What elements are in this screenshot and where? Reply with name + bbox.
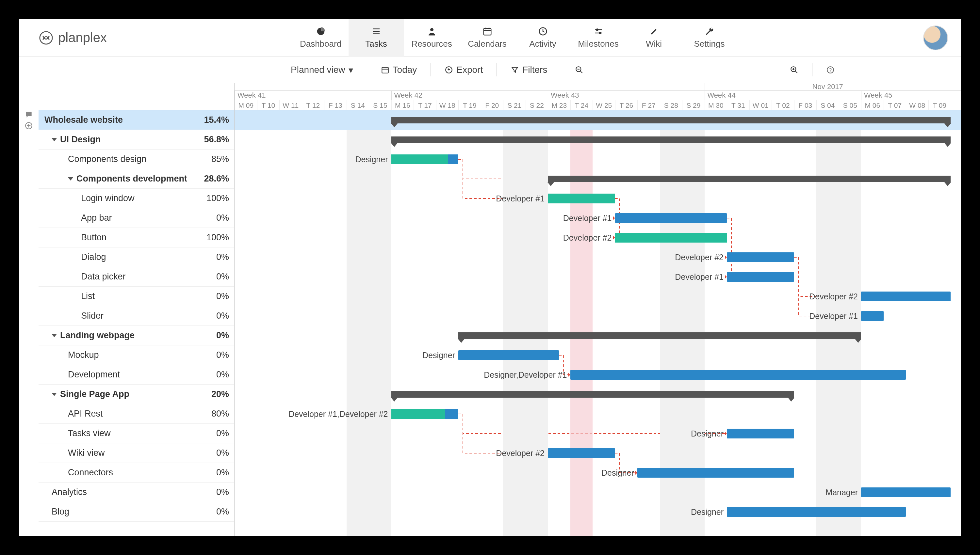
filters-button[interactable]: Filters — [507, 63, 551, 77]
add-icon[interactable] — [24, 122, 33, 130]
task-row-wikiview[interactable]: Wiki view 0% — [39, 443, 234, 463]
task-row-login[interactable]: Login window 100% — [39, 189, 234, 208]
nav-settings[interactable]: Settings — [682, 19, 737, 57]
gantt-timeline[interactable]: Nov 2017 Week 41Week 42Week 43Week 44Wee… — [235, 83, 961, 536]
gantt-row[interactable]: Developer #2 — [235, 287, 961, 306]
task-bar[interactable] — [727, 507, 906, 517]
task-bar[interactable] — [861, 311, 884, 321]
brand[interactable]: planplex — [39, 30, 107, 45]
gantt-row[interactable]: Developer #1 — [235, 267, 961, 287]
avatar[interactable] — [923, 26, 948, 50]
list-icon — [371, 26, 381, 36]
task-bar[interactable] — [391, 409, 459, 419]
nav-resources[interactable]: Resources — [404, 19, 459, 57]
nav-dashboard[interactable]: Dashboard — [293, 19, 349, 57]
gantt-row[interactable] — [235, 169, 961, 189]
task-name: Analytics — [51, 487, 87, 497]
nav-activity[interactable]: Activity — [515, 19, 571, 57]
task-row-blog[interactable]: Blog 0% — [39, 502, 234, 522]
task-row-devland[interactable]: Development 0% — [39, 365, 234, 385]
gantt-row[interactable]: Developer #2 — [235, 228, 961, 247]
nav-tasks[interactable]: Tasks — [349, 19, 404, 57]
task-bar[interactable] — [458, 350, 559, 360]
task-bar[interactable] — [727, 272, 794, 282]
task-row-button[interactable]: Button 100% — [39, 228, 234, 247]
day-label: T 12 — [302, 100, 325, 110]
caret-down-icon[interactable] — [51, 393, 57, 396]
day-label: T 26 — [615, 100, 638, 110]
gantt-row[interactable]: Developer #2 — [235, 443, 961, 463]
today-button[interactable]: Today — [377, 63, 421, 77]
gantt-row[interactable] — [235, 130, 961, 149]
task-row-mockup[interactable]: Mockup 0% — [39, 345, 234, 365]
summary-bar[interactable] — [458, 332, 861, 339]
task-row-analytics[interactable]: Analytics 0% — [39, 483, 234, 502]
task-bar[interactable] — [391, 154, 459, 164]
task-bar[interactable] — [861, 292, 951, 302]
task-bar[interactable] — [637, 468, 794, 478]
gantt-row[interactable]: Developer #1 — [235, 189, 961, 208]
day-label: F 13 — [324, 100, 347, 110]
task-bar[interactable] — [615, 213, 727, 223]
summary-bar[interactable] — [391, 117, 951, 124]
task-row-appbar[interactable]: App bar 0% — [39, 208, 234, 228]
task-row-tasksview[interactable]: Tasks view 0% — [39, 424, 234, 443]
task-row-compdes[interactable]: Components design 85% — [39, 149, 234, 169]
gantt-row[interactable]: Designer — [235, 345, 961, 365]
task-bar[interactable] — [861, 488, 951, 497]
task-row-spa[interactable]: Single Page App 20% — [39, 385, 234, 404]
gantt-row[interactable]: Designer — [235, 463, 961, 483]
task-row-datapick[interactable]: Data picker 0% — [39, 267, 234, 287]
gantt-row[interactable]: Designer — [235, 502, 961, 522]
gantt-row[interactable] — [235, 110, 961, 130]
svg-line-18 — [580, 71, 583, 73]
summary-bar[interactable] — [391, 136, 951, 143]
task-bar[interactable] — [570, 370, 906, 380]
zoom-out-button[interactable] — [571, 64, 587, 76]
task-bar[interactable] — [727, 252, 794, 262]
task-row-uidesign[interactable]: UI Design 56.8% — [39, 130, 234, 149]
gantt-row[interactable]: Developer #2 — [235, 247, 961, 267]
gantt-grid[interactable]: DesignerDeveloper #1Developer #1Develope… — [235, 110, 961, 536]
task-row-wholesale[interactable]: Wholesale website 15.4% — [39, 110, 234, 130]
gantt-row[interactable]: Designer — [235, 424, 961, 443]
gantt-row[interactable] — [235, 326, 961, 345]
caret-down-icon[interactable] — [68, 177, 73, 181]
gantt-row[interactable]: Developer #1 — [235, 208, 961, 228]
day-label: W 08 — [906, 100, 929, 110]
help-button[interactable]: ? — [822, 64, 839, 76]
nav-milestones[interactable]: Milestones — [571, 19, 626, 57]
day-label: S 14 — [347, 100, 369, 110]
gantt-row[interactable]: Designer — [235, 149, 961, 169]
task-bar[interactable] — [548, 194, 615, 204]
gantt-row[interactable]: Developer #1,Developer #2 — [235, 404, 961, 424]
task-bar[interactable] — [615, 233, 727, 242]
caret-down-icon[interactable] — [51, 334, 57, 337]
nav-wiki[interactable]: Wiki — [626, 19, 682, 57]
gantt-row[interactable]: Developer #1 — [235, 306, 961, 326]
task-row-apirest[interactable]: API Rest 80% — [39, 404, 234, 424]
task-row-landing[interactable]: Landing webpage 0% — [39, 326, 234, 345]
task-bar[interactable] — [727, 429, 794, 438]
zoom-in-button[interactable] — [786, 64, 802, 76]
task-row-connectors[interactable]: Connectors 0% — [39, 463, 234, 483]
planned-view-dropdown[interactable]: Planned view ▾ — [287, 63, 357, 77]
day-label: W 11 — [279, 100, 302, 110]
task-row-dialog[interactable]: Dialog 0% — [39, 247, 234, 267]
nav-calendars[interactable]: Calendars — [459, 19, 515, 57]
export-button[interactable]: Export — [441, 63, 487, 77]
task-row-list[interactable]: List 0% — [39, 287, 234, 306]
task-name: Login window — [81, 193, 135, 204]
day-label: W 01 — [749, 100, 772, 110]
caret-down-icon[interactable] — [51, 138, 57, 141]
wrench-icon — [705, 26, 715, 36]
gantt-row[interactable] — [235, 385, 961, 404]
comment-icon[interactable] — [24, 110, 33, 119]
task-row-slider[interactable]: Slider 0% — [39, 306, 234, 326]
gantt-row[interactable]: Manager — [235, 483, 961, 502]
summary-bar[interactable] — [548, 176, 951, 182]
task-row-compdev[interactable]: Components development 28.6% — [39, 169, 234, 189]
summary-bar[interactable] — [391, 391, 794, 398]
task-bar[interactable] — [548, 448, 615, 458]
gantt-row[interactable]: Designer,Developer #1 — [235, 365, 961, 385]
